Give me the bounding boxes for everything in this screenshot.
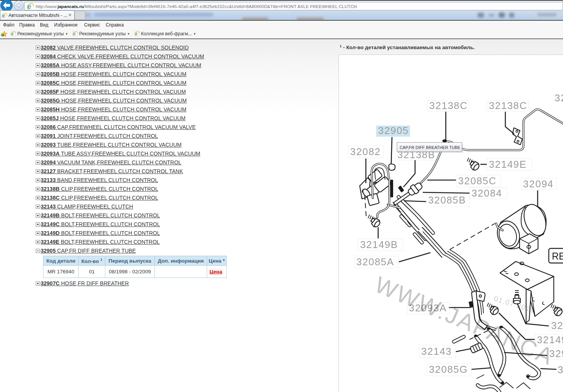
svg-text:32: 32 — [558, 364, 563, 375]
svg-text:32094: 32094 — [523, 178, 554, 190]
svg-text:32149E: 32149E — [489, 159, 527, 170]
svg-text:32085G: 32085G — [429, 364, 468, 375]
svg-text:32: 32 — [551, 320, 563, 331]
svg-text:32138C: 32138C — [489, 100, 527, 111]
svg-text:32143: 32143 — [421, 346, 452, 357]
svg-text:CAP,FR DIFF BREATHER TUBE: CAP,FR DIFF BREATHER TUBE — [400, 145, 460, 150]
svg-text:32085A: 32085A — [356, 256, 394, 268]
svg-text:32: 32 — [555, 92, 563, 104]
svg-text:32149B: 32149B — [360, 239, 398, 250]
svg-text:32138C: 32138C — [429, 100, 468, 111]
svg-text:32085B: 32085B — [428, 194, 466, 206]
svg-text:REAR: REAR — [552, 251, 563, 261]
svg-text:32085C: 32085C — [458, 175, 497, 187]
svg-text:32082: 32082 — [350, 146, 381, 157]
svg-text:32905: 32905 — [378, 125, 409, 136]
svg-text:32084: 32084 — [472, 187, 502, 199]
